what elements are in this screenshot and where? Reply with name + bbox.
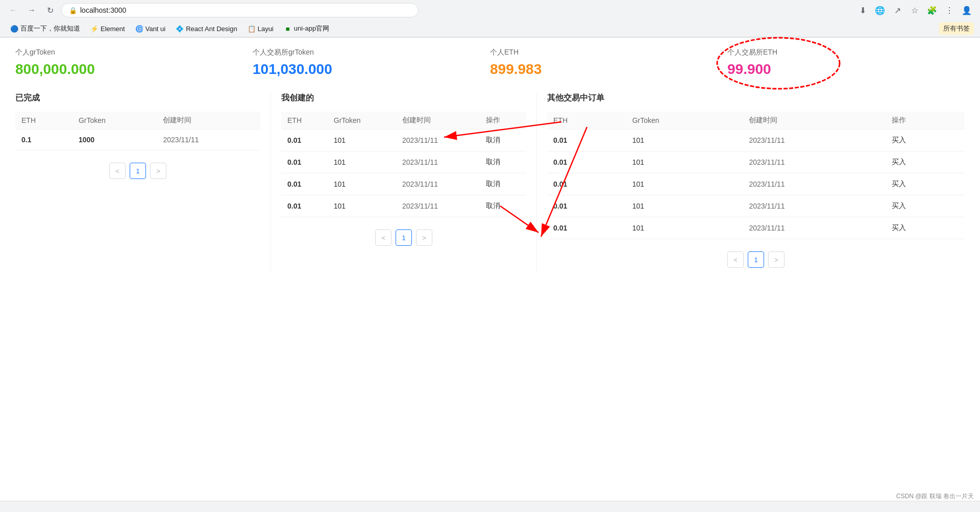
other-orders-col-eth: ETH: [547, 112, 626, 130]
bookmark-react-ant-label: React Ant Design: [186, 25, 237, 33]
date-cell: 2023/11/11: [743, 195, 886, 217]
date-cell: 2023/11/11: [743, 217, 886, 239]
stat-personal-eth-value: 899.983: [490, 61, 717, 78]
completed-col-grtoken: GrToken: [72, 112, 157, 130]
date-cell: 2023/11/11: [743, 173, 886, 195]
address-bar[interactable]: 🔒 localhost:3000: [61, 3, 419, 17]
my-orders-section-title: 我创建的: [281, 93, 526, 104]
bookmark-star-icon[interactable]: ☆: [908, 3, 922, 17]
eth-cell: 0.01: [547, 151, 626, 173]
stat-exchange-grtoken-value: 101,030.000: [253, 61, 480, 78]
all-bookmarks[interactable]: 所有书签: [939, 22, 974, 35]
translate-icon[interactable]: 🌐: [873, 3, 887, 17]
action-cell[interactable]: 买入: [886, 130, 965, 151]
completed-prev-btn[interactable]: <: [109, 163, 126, 179]
date-cell: 2023/11/11: [743, 151, 886, 173]
completed-next-btn[interactable]: >: [150, 163, 166, 179]
extensions-icon[interactable]: 🧩: [925, 3, 939, 17]
back-button[interactable]: ←: [6, 3, 20, 17]
share-icon[interactable]: ↗: [890, 3, 904, 17]
profile-icon[interactable]: 👤: [960, 3, 974, 17]
bookmark-vant[interactable]: 🌀 Vant ui: [131, 23, 170, 34]
other-orders-next-btn[interactable]: >: [768, 251, 785, 268]
browser-right-icons: ⬇ 🌐 ↗ ☆ 🧩 ⋮ 👤: [855, 3, 974, 17]
table-row: 0.01 101 2023/11/11 买入: [547, 173, 965, 195]
stat-personal-eth-label: 个人ETH: [490, 48, 717, 57]
stat-personal-grtoken: 个人grToken 800,000.000: [15, 48, 253, 78]
stat-exchange-eth-value: 99.900: [727, 61, 954, 78]
date-cell: 2023/11/11: [743, 130, 886, 151]
table-row: 0.01 101 2023/11/11 买入: [547, 217, 965, 239]
grtoken-cell: 101: [328, 195, 396, 217]
stat-personal-eth: 个人ETH 899.983: [490, 48, 727, 78]
main-sections: 已完成 ETH GrToken 创建时间 0.1 1000 2023/11/11: [15, 93, 965, 272]
grtoken-cell: 101: [328, 130, 396, 151]
eth-cell: 0.1: [15, 130, 72, 150]
table-row: 0.01 101 2023/11/11 买入: [547, 130, 965, 151]
eth-cell: 0.01: [281, 173, 328, 195]
completed-pagination: < 1 >: [15, 159, 260, 183]
action-cell[interactable]: 取消: [480, 151, 526, 173]
bookmark-uniapp[interactable]: ■ uni-app官网: [280, 22, 333, 35]
grtoken-cell: 101: [626, 130, 743, 151]
grtoken-cell: 1000: [72, 130, 157, 150]
layui-icon: 📋: [248, 24, 256, 33]
my-orders-page-1-btn[interactable]: 1: [396, 229, 412, 246]
action-cell[interactable]: 买入: [886, 151, 965, 173]
eth-cell: 0.01: [547, 130, 626, 151]
divider-1: [271, 93, 271, 272]
bookmark-baidu-label: 百度一下，你就知道: [20, 24, 80, 33]
forward-button[interactable]: →: [24, 3, 39, 17]
bookmark-layui-label: Layui: [258, 25, 274, 33]
table-row: 0.01 101 2023/11/11 取消: [281, 151, 526, 173]
eth-cell: 0.01: [547, 217, 626, 239]
stat-personal-grtoken-label: 个人grToken: [15, 48, 242, 57]
my-orders-prev-btn[interactable]: <: [375, 229, 391, 246]
bookmark-baidu[interactable]: 🔵 百度一下，你就知道: [6, 22, 84, 35]
download-icon[interactable]: ⬇: [855, 3, 870, 17]
action-cell[interactable]: 买入: [886, 217, 965, 239]
table-row: 0.01 101 2023/11/11 买入: [547, 151, 965, 173]
eth-cell: 0.01: [281, 151, 328, 173]
action-cell[interactable]: 取消: [480, 195, 526, 217]
other-orders-section-title: 其他交易中订单: [547, 93, 965, 104]
my-orders-next-btn[interactable]: >: [416, 229, 432, 246]
eth-cell: 0.01: [281, 195, 328, 217]
other-orders-col-action: 操作: [886, 112, 965, 130]
other-orders-page-1-btn[interactable]: 1: [748, 251, 764, 268]
action-cell[interactable]: 取消: [480, 173, 526, 195]
react-ant-icon: 💠: [176, 24, 184, 33]
all-bookmarks-label: 所有书签: [943, 24, 970, 32]
date-cell: 2023/11/11: [396, 130, 480, 151]
my-orders-col-date: 创建时间: [396, 112, 480, 130]
completed-page-1-btn[interactable]: 1: [130, 163, 146, 179]
date-cell: 2023/11/11: [396, 151, 480, 173]
action-cell[interactable]: 取消: [480, 130, 526, 151]
page-content: 个人grToken 800,000.000 个人交易所grToken 101,0…: [0, 38, 980, 476]
my-orders-col-eth: ETH: [281, 112, 328, 130]
browser-toolbar: ← → ↻ 🔒 localhost:3000 ⬇ 🌐 ↗ ☆ 🧩 ⋮ 👤: [0, 0, 980, 20]
menu-icon[interactable]: ⋮: [942, 3, 957, 17]
my-orders-col-action: 操作: [480, 112, 526, 130]
divider-2: [536, 93, 537, 272]
bookmark-layui[interactable]: 📋 Layui: [243, 23, 278, 34]
my-orders-pagination: < 1 >: [281, 225, 526, 250]
table-row: 0.01 101 2023/11/11 买入: [547, 195, 965, 217]
eth-cell: 0.01: [281, 130, 328, 151]
date-cell: 2023/11/11: [396, 173, 480, 195]
grtoken-cell: 101: [328, 173, 396, 195]
other-orders-table: ETH GrToken 创建时间 操作 0.01 101 2023/11/11 …: [547, 112, 965, 239]
lock-icon: 🔒: [69, 7, 77, 14]
refresh-button[interactable]: ↻: [43, 3, 57, 17]
grtoken-cell: 101: [328, 151, 396, 173]
baidu-icon: 🔵: [10, 24, 18, 33]
bookmark-element[interactable]: ⚡ Element: [86, 23, 129, 34]
bookmark-element-label: Element: [101, 25, 125, 33]
stat-personal-grtoken-value: 800,000.000: [15, 61, 242, 78]
bookmark-react-ant[interactable]: 💠 React Ant Design: [172, 23, 241, 34]
action-cell[interactable]: 买入: [886, 173, 965, 195]
eth-cell: 0.01: [547, 195, 626, 217]
other-orders-prev-btn[interactable]: <: [727, 251, 744, 268]
uniapp-icon: ■: [284, 24, 292, 33]
action-cell[interactable]: 买入: [886, 195, 965, 217]
